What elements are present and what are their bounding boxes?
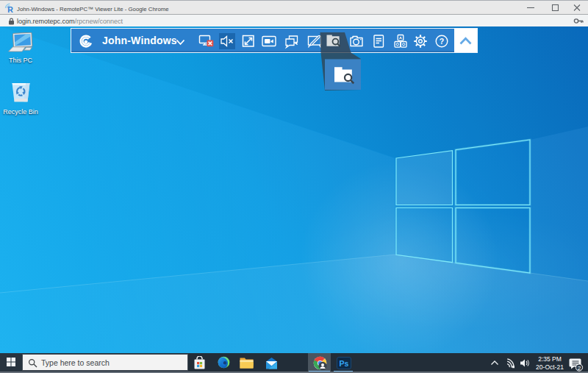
svg-text:R: R	[7, 5, 13, 13]
svg-text:2: 2	[578, 365, 581, 372]
svg-text:Ps: Ps	[340, 359, 349, 368]
